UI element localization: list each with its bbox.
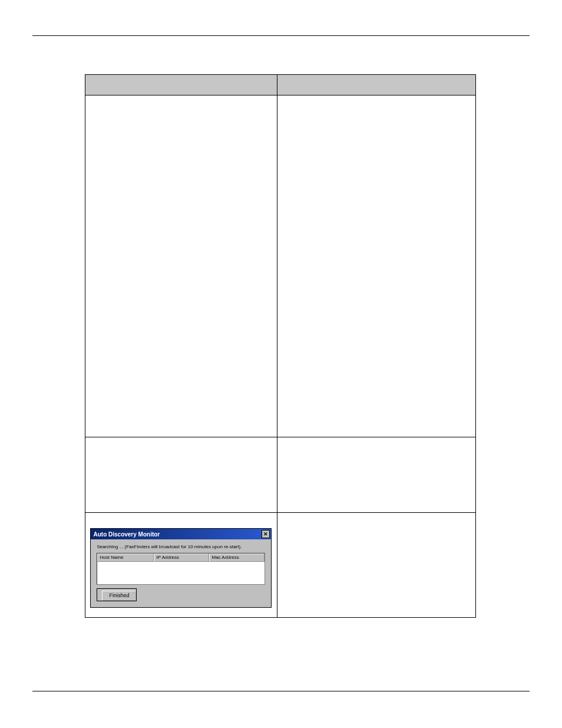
auto-discovery-dialog: Auto Discovery Monitor ✕ Searching ... (… (90, 528, 272, 608)
table-header-right (277, 75, 475, 95)
dialog-button-row: Finished (97, 588, 265, 601)
table-row (85, 95, 476, 437)
listview-header: Host Name IP Address Mac Address (97, 554, 265, 562)
table-row (85, 437, 476, 513)
header-rule (32, 35, 530, 36)
dialog-body: Searching ... (FaxFinders will broadcast… (91, 539, 271, 607)
table-cell (85, 95, 277, 437)
footer-rule (32, 691, 530, 691)
column-header-macaddress[interactable]: Mac Address (209, 554, 265, 562)
dialog-title-text: Auto Discovery Monitor (93, 531, 160, 538)
table-header-left (85, 75, 277, 95)
column-header-ipaddress[interactable]: IP Address (154, 554, 209, 562)
dialog-titlebar: Auto Discovery Monitor ✕ (91, 529, 271, 539)
close-button[interactable]: ✕ (262, 530, 270, 538)
table-row: Auto Discovery Monitor ✕ Searching ... (… (85, 513, 476, 618)
table-cell (277, 513, 475, 618)
table-cell (277, 95, 475, 437)
column-header-hostname[interactable]: Host Name (97, 554, 154, 562)
document-page: Auto Discovery Monitor ✕ Searching ... (… (0, 0, 562, 728)
table-cell (277, 437, 475, 513)
table-cell (85, 437, 277, 513)
table-cell: Auto Discovery Monitor ✕ Searching ... (… (85, 513, 277, 618)
close-icon: ✕ (263, 532, 268, 537)
dialog-status-message: Searching ... (FaxFinders will broadcast… (97, 544, 265, 549)
finished-button[interactable]: Finished (102, 591, 136, 601)
results-listview[interactable]: Host Name IP Address Mac Address (97, 553, 265, 585)
content-table: Auto Discovery Monitor ✕ Searching ... (… (85, 74, 476, 618)
listview-body (97, 562, 265, 584)
table-header-row (85, 75, 476, 95)
